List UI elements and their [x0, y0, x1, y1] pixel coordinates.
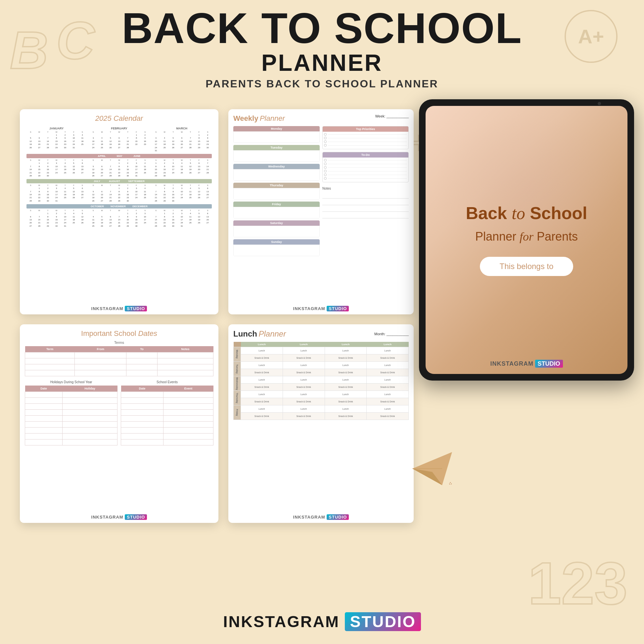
dates-title: Important School Dates: [25, 329, 213, 338]
table-row: [121, 404, 213, 410]
table-row: [121, 398, 213, 404]
bg-numbers: 123: [528, 549, 627, 618]
table-row: [25, 392, 117, 398]
day-tuesday: Tuesday: [233, 145, 320, 162]
weekly-title-main: Weekly: [233, 114, 258, 122]
day-monday: Monday: [233, 126, 320, 143]
month-february: FEBRUARY SMTWTFS 12 3456789 101112131415…: [89, 127, 149, 152]
weekly-header: Weekly Planner Week: ___________: [233, 114, 409, 123]
table-row: [25, 398, 117, 404]
holidays-title: Holidays During School Year: [25, 380, 117, 384]
weekly-title-italic: Planner: [260, 114, 285, 122]
table-row: [25, 404, 117, 410]
month-march: MARCH SMTWTFS 1 2345678 9101112131415 16…: [152, 127, 212, 152]
week-label: Week: ___________: [375, 114, 409, 118]
table-row: Snack & DrinkSnack & DrinkSnack & DrinkS…: [234, 354, 409, 362]
cards-grid: 2025 Calendar JANUARY SMTWTFS 1234 56789…: [20, 109, 414, 523]
page-header: BACK TO SCHOOL PLANNER PARENTS BACK TO S…: [0, 7, 644, 90]
table-row: [121, 392, 213, 398]
table-row: [25, 428, 117, 434]
month-may: SMTWTFS 123 45678910 11121314151617 1819…: [89, 159, 149, 177]
cal-q4-grid: SMTWTFS 1234 567891011 12131415161718 19…: [26, 209, 212, 227]
month-label: Month: ___________: [374, 332, 409, 336]
calendar-grid: JANUARY SMTWTFS 1234 567891011 121314151…: [26, 127, 212, 152]
table-row: [25, 439, 117, 445]
day-sunday: Sunday: [233, 239, 320, 256]
table-row: [121, 416, 213, 422]
month-september: SMTWTFS 123456 78910111213 1415161718192…: [152, 184, 212, 202]
calendar-title: 2025 Calendar: [26, 114, 212, 123]
tagline: PARENTS BACK TO SCHOOL PLANNER: [0, 78, 644, 90]
table-row: [25, 352, 213, 358]
belongs-to-box: This belongs to: [480, 257, 574, 276]
table-row: [25, 422, 117, 428]
svg-point-3: [449, 483, 451, 484]
important-dates-card: Important School Dates Terms Term From T…: [20, 324, 218, 523]
todo-section: To-Do: [322, 152, 409, 182]
belongs-to-text: This belongs to: [500, 262, 554, 271]
holidays-table: Date Holiday: [25, 386, 117, 445]
events-title: School Events: [121, 380, 213, 384]
tablet-subtitle: Planner for Parents: [475, 230, 578, 244]
day-saturday: Saturday: [233, 220, 320, 237]
bottom-studio-highlight: STUDIO: [345, 612, 421, 631]
bottom-brand: INKSTAGRAM STUDIO: [0, 613, 644, 631]
table-row: [121, 422, 213, 428]
day-wednesday: Wednesday: [233, 164, 320, 181]
weekly-brand: INKSTAGRAM STUDIO: [228, 306, 414, 311]
dates-brand: INKSTAGRAM STUDIO: [20, 515, 218, 520]
table-row: Wednesday LunchLunchLunchLunch: [234, 376, 409, 384]
month-december: SMTWTFS 123456 78910111213 1415161718192…: [152, 209, 212, 227]
cal-q4-header: OCTOBER NOVEMBER DECEMBER: [26, 204, 212, 208]
bottom-brand-text: INKSTAGRAM: [223, 613, 340, 630]
tablet-main-title: Back to School: [466, 204, 587, 223]
calendar-card: 2025 Calendar JANUARY SMTWTFS 1234 56789…: [20, 109, 218, 314]
todo-header: To-Do: [323, 152, 408, 158]
calendar-brand: INKSTAGRAM STUDIO: [20, 306, 218, 311]
month-april: SMTWTFS 12345 6789101112 13141516171819 …: [26, 159, 86, 177]
day-friday: Friday: [233, 202, 320, 218]
top-priorities-header: Top Priorities: [323, 126, 408, 132]
tablet-brand: INKSTAGRAM STUDIO: [426, 360, 627, 367]
table-row: [121, 439, 213, 445]
month-january: JANUARY SMTWTFS 1234 567891011 121314151…: [26, 127, 86, 152]
notes-section: Notes: [322, 187, 409, 218]
lunch-title-italic: Planner: [258, 329, 286, 338]
table-row: [25, 358, 213, 364]
paper-plane-decoration: [412, 452, 452, 485]
table-row: Monday LunchLunchLunchLunch: [234, 347, 409, 354]
weekly-content: Monday Tuesday Wednesday Thursday Friday: [233, 126, 409, 256]
tablet-camera: [598, 102, 601, 105]
table-row: Snack & DrinkSnack & DrinkSnack & DrinkS…: [234, 384, 409, 391]
table-row: Snack & DrinkSnack & DrinkSnack & DrinkS…: [234, 369, 409, 376]
table-row: Thursday LunchLunchLunchLunch: [234, 391, 409, 398]
table-row: [25, 434, 117, 439]
tablet-frame: Back to School Planner for Parents This …: [419, 99, 634, 381]
day-thursday: Thursday: [233, 183, 320, 200]
cal-q2-header: APRIL MAY JUNE: [26, 154, 212, 158]
table-row: Snack & DrinkSnack & DrinkSnack & DrinkS…: [234, 413, 409, 420]
weekly-planner-card: Weekly Planner Week: ___________ Monday …: [228, 109, 414, 314]
holidays-section: Holidays During School Year Date Holiday: [25, 380, 117, 449]
sub-title: PLANNER: [0, 50, 644, 76]
lunch-table: Lunch Lunch Lunch Lunch Monday LunchLunc…: [233, 342, 409, 420]
table-row: Tuesday LunchLunchLunchLunch: [234, 362, 409, 369]
terms-table: Term From To Notes: [25, 346, 213, 376]
events-section: School Events Date Event: [121, 380, 213, 449]
month-october: SMTWTFS 1234 567891011 12131415161718 19…: [26, 209, 86, 227]
cal-q3-header: JULY AUGUST SEPTEMBER: [26, 179, 212, 183]
priorities-column: Top Priorities To-Do: [322, 126, 409, 256]
cal-q2-grid: SMTWTFS 12345 6789101112 13141516171819 …: [26, 159, 212, 177]
main-title: BACK TO SCHOOL: [0, 7, 644, 50]
dates-two-col: Holidays During School Year Date Holiday: [25, 380, 213, 449]
paper-plane-svg: [412, 452, 452, 485]
table-row: Friday LunchLunchLunchLunch: [234, 405, 409, 413]
table-row: Snack & DrinkSnack & DrinkSnack & DrinkS…: [234, 398, 409, 405]
lunch-header: Lunch Planner Month: ___________: [233, 329, 409, 339]
table-row: [25, 370, 213, 376]
lunch-title-main: Lunch: [233, 329, 257, 338]
tablet-screen: Back to School Planner for Parents This …: [426, 106, 627, 374]
events-table: Date Event: [121, 386, 213, 445]
month-august: SMTWTFS 12 3456789 10111213141516 171819…: [89, 184, 149, 202]
table-row: [121, 428, 213, 434]
